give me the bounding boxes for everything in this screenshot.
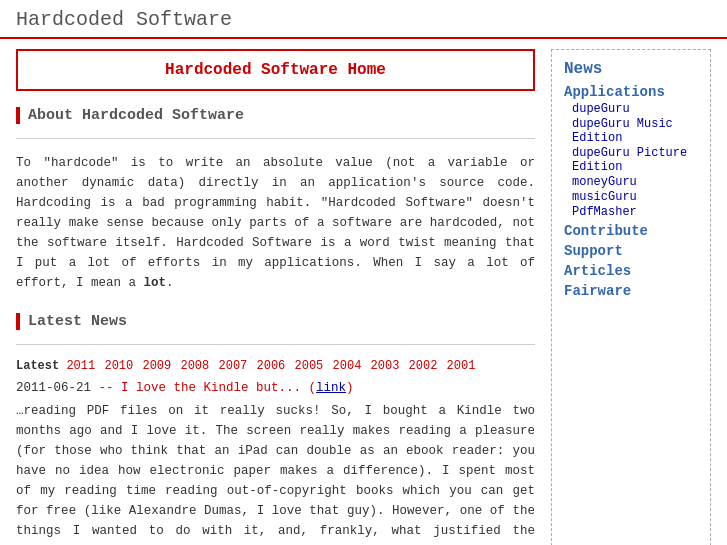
news-entry-link[interactable]: link bbox=[316, 381, 346, 395]
news-entry-date: 2011-06-21 bbox=[16, 381, 91, 395]
news-years-row: Latest 2011 2010 2009 2008 2007 2006 200… bbox=[16, 359, 535, 373]
sidebar: News Applications dupeGuru dupeGuru Musi… bbox=[551, 49, 711, 545]
about-heading-wrapper: About Hardcoded Software bbox=[16, 107, 535, 124]
about-bold: lot bbox=[144, 276, 167, 290]
sidebar-app-dupeguru-music[interactable]: dupeGuru Music Edition bbox=[564, 117, 698, 145]
home-box-title: Hardcoded Software Home bbox=[28, 61, 523, 79]
news-year-2007[interactable]: 2007 bbox=[218, 359, 247, 373]
about-heading: About Hardcoded Software bbox=[28, 107, 535, 124]
sidebar-app-dupeguru[interactable]: dupeGuru bbox=[564, 102, 698, 116]
news-year-2008[interactable]: 2008 bbox=[180, 359, 209, 373]
news-year-2011[interactable]: 2011 bbox=[66, 359, 95, 373]
news-year-2003[interactable]: 2003 bbox=[371, 359, 400, 373]
sidebar-nav-support[interactable]: Support bbox=[564, 243, 698, 259]
sidebar-app-pdfmasher[interactable]: PdfMasher bbox=[564, 205, 698, 219]
news-body-main: …reading PDF files on it really sucks! S… bbox=[16, 404, 535, 545]
sidebar-app-moneyguru[interactable]: moneyGuru bbox=[564, 175, 698, 189]
about-divider bbox=[16, 138, 535, 139]
news-body-text: …reading PDF files on it really sucks! S… bbox=[16, 401, 535, 545]
sidebar-nav-fairware[interactable]: Fairware bbox=[564, 283, 698, 299]
sidebar-app-musicguru[interactable]: musicGuru bbox=[564, 190, 698, 204]
news-year-2009[interactable]: 2009 bbox=[142, 359, 171, 373]
sidebar-news-title: News bbox=[564, 60, 698, 78]
sidebar-nav-contribute[interactable]: Contribute bbox=[564, 223, 698, 239]
latest-news-section: Latest News Latest 2011 2010 2009 2008 2… bbox=[16, 313, 535, 545]
news-entry-title-line: 2011-06-21 -- I love the Kindle but... (… bbox=[16, 381, 535, 395]
news-divider bbox=[16, 344, 535, 345]
main-content: Hardcoded Software Home About Hardcoded … bbox=[16, 49, 535, 545]
about-text: To "hardcode" is to write an absolute va… bbox=[16, 153, 535, 293]
news-year-2004[interactable]: 2004 bbox=[333, 359, 362, 373]
sidebar-nav-articles[interactable]: Articles bbox=[564, 263, 698, 279]
news-entry-title-text: I love the Kindle but... bbox=[121, 381, 301, 395]
latest-news-heading-wrapper: Latest News bbox=[16, 313, 535, 330]
news-year-2010[interactable]: 2010 bbox=[104, 359, 133, 373]
news-year-2001[interactable]: 2001 bbox=[447, 359, 476, 373]
news-entry-sep: -- bbox=[99, 381, 122, 395]
page-header: Hardcoded Software bbox=[0, 0, 727, 39]
news-year-2006[interactable]: 2006 bbox=[257, 359, 286, 373]
home-box: Hardcoded Software Home bbox=[16, 49, 535, 91]
sidebar-app-dupeguru-picture[interactable]: dupeGuru Picture Edition bbox=[564, 146, 698, 174]
latest-news-heading: Latest News bbox=[28, 313, 535, 330]
about-text-body: To "hardcode" is to write an absolute va… bbox=[16, 156, 535, 290]
site-title: Hardcoded Software bbox=[16, 8, 711, 31]
news-year-2005[interactable]: 2005 bbox=[295, 359, 324, 373]
news-year-2002[interactable]: 2002 bbox=[409, 359, 438, 373]
news-years-label: Latest bbox=[16, 359, 59, 373]
sidebar-applications-title: Applications bbox=[564, 84, 698, 100]
